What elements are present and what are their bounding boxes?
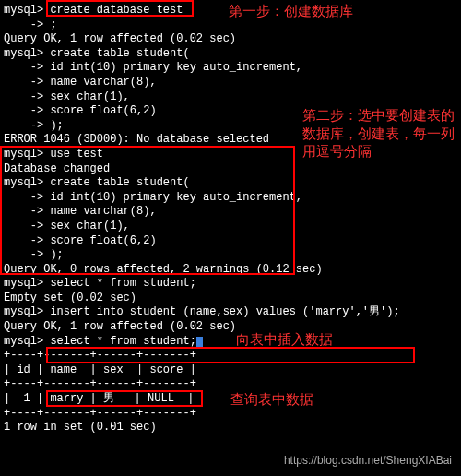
result-line: Query OK, 1 row affected (0.02 sec): [4, 320, 457, 335]
annotation-step2: 第二步：选中要创建表的数据库，创建表，每一列用逗号分隔: [302, 106, 459, 161]
highlight-box-create-db: [46, 0, 194, 17]
table-border: +----+-------+------+-------+: [4, 407, 457, 422]
highlight-box-select: [46, 390, 203, 407]
result-line: Query OK, 1 row affected (0.02 sec): [4, 32, 457, 47]
result-line: Empty set (0.02 sec): [4, 292, 457, 306]
result-line: 1 row in set (0.01 sec): [4, 421, 457, 435]
highlight-box-create-table: [0, 146, 295, 275]
sql-line: -> ;: [4, 18, 457, 33]
sql-line: mysql> create table student(: [4, 47, 457, 62]
sql-line: mysql> select * from student;: [4, 277, 457, 292]
cursor-icon: [196, 337, 203, 348]
sql-line: -> sex char(1),: [4, 90, 457, 105]
sql-line: -> id int(10) primary key auto_increment…: [4, 61, 457, 76]
sql-line: -> name varchar(8),: [4, 76, 457, 90]
annotation-step3: 向表中插入数据: [236, 330, 333, 349]
sql-line: mysql> insert into student (name,sex) va…: [4, 305, 457, 320]
highlight-box-insert: [46, 347, 415, 363]
annotation-step4: 查询表中数据: [230, 390, 313, 409]
annotation-step1: 第一步：创建数据库: [229, 2, 353, 20]
watermark-text: https://blog.csdn.net/ShengXIABai: [284, 454, 452, 469]
table-header: | id | name | sex | score |: [4, 363, 457, 378]
